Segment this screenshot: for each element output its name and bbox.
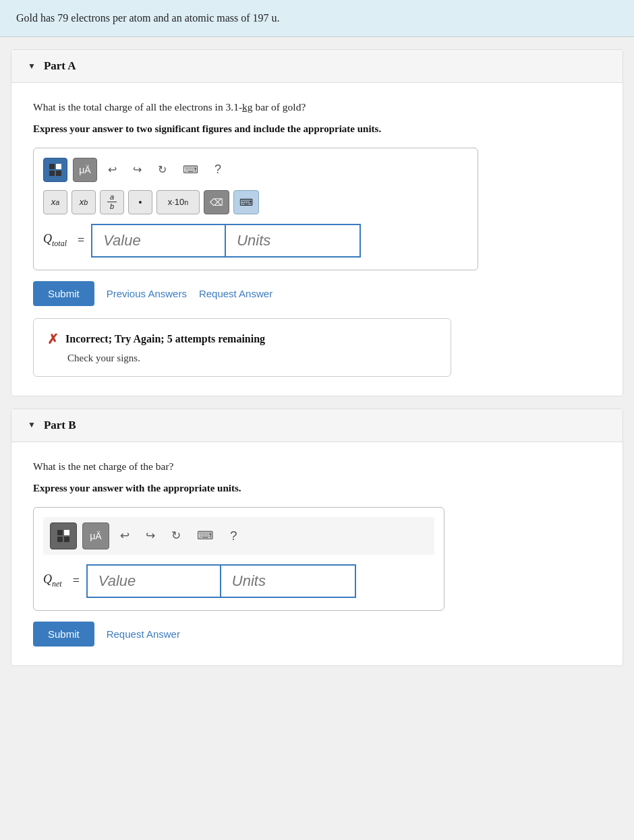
part-b-body: What is the net charge of the bar? Expre… [11, 442, 623, 665]
part-b-section: ▼ Part B What is the net charge of the b… [11, 409, 623, 666]
part-b-answer-box: μÄ ↩ ↪ ↻ ⌨ ? Qnet = [33, 507, 444, 611]
part-a-title: Part A [44, 59, 76, 73]
part-a-action-row: Submit Previous Answers Request Answer [33, 281, 601, 306]
part-b-units-input[interactable] [221, 564, 356, 598]
kg-label: kg [242, 101, 253, 113]
part-b-undo-button[interactable]: ↩ [115, 526, 135, 545]
part-b-instruction: Express your answer with the appropriate… [33, 481, 601, 496]
part-b-refresh-button[interactable]: ↻ [166, 526, 186, 545]
undo-button[interactable]: ↩ [103, 158, 122, 182]
keyboard-button[interactable]: ⌨ [177, 158, 204, 182]
part-a-instruction: Express your answer to two significant f… [33, 121, 601, 137]
grid-cell-b4 [64, 537, 69, 542]
part-a-feedback-message: Check your signs. [67, 353, 437, 364]
keyboard-icon: ⌨ [183, 163, 198, 176]
fraction-icon: a b [107, 193, 117, 210]
part-a-previous-answers-link[interactable]: Previous Answers [107, 288, 187, 299]
refresh-button[interactable]: ↻ [152, 158, 172, 182]
part-a-feedback-header: ✗ Incorrect; Try Again; 5 attempts remai… [47, 331, 437, 347]
part-b-equals: = [73, 574, 80, 588]
keyboard2-icon: ⌨ [239, 197, 253, 208]
part-b-grid-button[interactable] [50, 522, 77, 549]
dot-button[interactable]: • [128, 190, 152, 214]
part-a-question: What is the total charge of all the elec… [33, 99, 601, 115]
part-a-body: What is the total charge of all the elec… [11, 83, 623, 396]
part-b-request-answer-link[interactable]: Request Answer [107, 628, 180, 640]
part-b-keyboard-button[interactable]: ⌨ [192, 526, 219, 545]
subscript-button[interactable]: xb [71, 190, 96, 214]
grid-cell-b3 [57, 537, 63, 542]
part-a-request-answer-link[interactable]: Request Answer [199, 288, 272, 299]
part-b-question: What is the net charge of the bar? [33, 458, 601, 474]
part-b-value-input[interactable] [86, 564, 221, 598]
grid-cell-2 [56, 164, 61, 169]
part-a-feedback-title: Incorrect; Try Again; 5 attempts remaini… [65, 333, 265, 345]
delete-button[interactable]: ⌫ [204, 190, 229, 214]
keyboard2-button[interactable]: ⌨ [233, 190, 259, 214]
part-a-input-row: Qtotal = [43, 224, 468, 258]
grid-icon [49, 164, 61, 176]
part-b-toolbar-row: μÄ ↩ ↪ ↻ ⌨ ? [43, 517, 434, 555]
error-icon: ✗ [47, 331, 59, 347]
part-b-title: Part B [44, 419, 76, 432]
grid-cell-4 [56, 171, 61, 176]
help-button[interactable]: ? [209, 158, 227, 182]
part-b-q-subscript: net [52, 579, 62, 589]
times10n-button[interactable]: x·10n [156, 190, 200, 214]
info-banner: Gold has 79 electrons per atom and an at… [0, 0, 634, 37]
mu-button[interactable]: μÄ [73, 158, 97, 182]
fraction-button[interactable]: a b [100, 190, 124, 214]
part-a-submit-button[interactable]: Submit [33, 281, 94, 306]
part-a-toolbar-row2: xa xb a b • x·10n ⌫ ⌨ [43, 190, 468, 214]
grid-cell-b1 [57, 530, 63, 535]
grid-cell-3 [49, 171, 55, 176]
info-text: Gold has 79 electrons per atom and an at… [16, 12, 280, 24]
part-b-q-label: Qnet [43, 572, 62, 589]
part-a-units-input[interactable] [226, 224, 361, 258]
part-b-input-row: Qnet = [43, 564, 434, 598]
redo-button[interactable]: ↪ [127, 158, 147, 182]
part-a-feedback-box: ✗ Incorrect; Try Again; 5 attempts remai… [33, 318, 451, 377]
part-b-header: ▼ Part B [11, 409, 623, 442]
part-b-grid-icon [57, 530, 69, 542]
part-b-submit-button[interactable]: Submit [33, 622, 94, 647]
grid-cell-1 [49, 164, 55, 169]
part-a-q-subscript: total [52, 239, 67, 248]
part-a-chevron[interactable]: ▼ [28, 61, 36, 71]
part-b-keyboard-icon: ⌨ [197, 529, 214, 543]
part-b-redo-button[interactable]: ↪ [140, 526, 161, 545]
part-a-equals: = [78, 233, 84, 247]
part-b-help-button[interactable]: ? [225, 526, 243, 546]
grid-layout-button[interactable] [43, 158, 67, 182]
part-b-action-row: Submit Request Answer [33, 622, 601, 647]
part-a-section: ▼ Part A What is the total charge of all… [11, 49, 623, 396]
superscript-button[interactable]: xa [43, 190, 67, 214]
part-a-header: ▼ Part A [11, 50, 623, 83]
part-a-toolbar-row1: μÄ ↩ ↪ ↻ ⌨ ? [43, 158, 468, 182]
part-a-answer-box: μÄ ↩ ↪ ↻ ⌨ ? xa xb a [33, 148, 478, 270]
grid-cell-b2 [64, 530, 69, 535]
part-a-value-input[interactable] [91, 224, 226, 258]
part-a-q-label: Qtotal [43, 232, 67, 249]
part-b-chevron[interactable]: ▼ [28, 420, 36, 430]
part-b-mu-button[interactable]: μÄ [82, 522, 109, 549]
